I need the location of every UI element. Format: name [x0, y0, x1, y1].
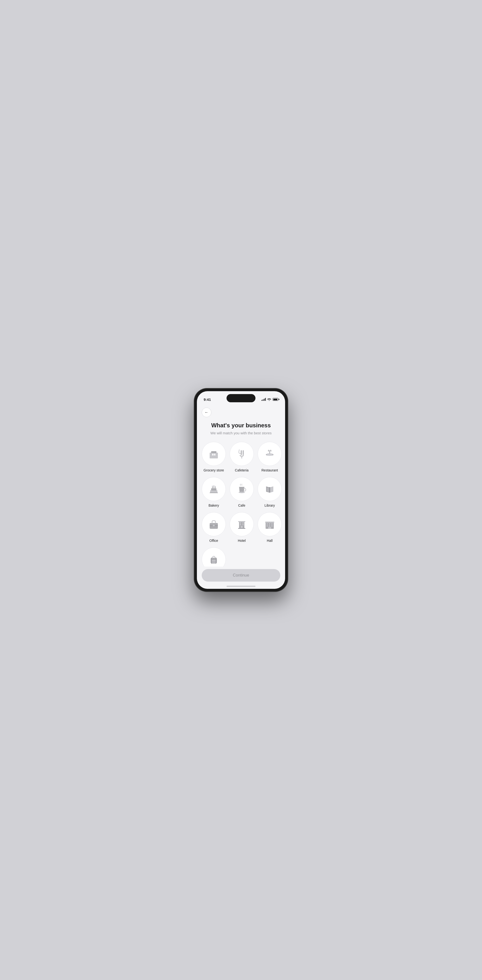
svg-rect-1: [211, 451, 216, 453]
hotel-icon: [236, 518, 248, 530]
hotel-label: Hotel: [238, 539, 246, 542]
svg-rect-39: [267, 523, 268, 525]
cafeteria-icon: [236, 448, 248, 460]
cafe-icon: [236, 483, 248, 495]
grocery-label: Grocery store: [204, 468, 224, 472]
svg-point-17: [215, 486, 216, 487]
svg-rect-18: [210, 492, 218, 493]
svg-rect-2: [212, 453, 213, 455]
svg-rect-6: [241, 457, 242, 458]
svg-rect-44: [271, 525, 272, 527]
restaurant-icon: [264, 448, 276, 460]
wifi-icon: [267, 398, 271, 401]
page-title: What's your business: [202, 422, 280, 429]
svg-rect-11: [211, 488, 216, 490]
battery-icon: [272, 398, 278, 401]
svg-rect-10: [210, 490, 217, 493]
hall-circle: [258, 512, 282, 536]
back-button[interactable]: ←: [202, 407, 212, 417]
cafeteria-label: Cafeteria: [235, 468, 249, 472]
svg-rect-3: [214, 453, 215, 455]
svg-rect-5: [243, 450, 243, 455]
svg-point-16: [213, 485, 215, 486]
hall-icon: [264, 518, 276, 530]
svg-rect-41: [271, 523, 272, 525]
office-icon: [208, 518, 220, 530]
svg-rect-40: [269, 523, 270, 525]
business-item-library[interactable]: Library: [258, 477, 282, 508]
business-item-grocery[interactable]: Grocery store: [202, 442, 226, 472]
restaurant-circle: [258, 442, 282, 466]
business-item-cafeteria[interactable]: Cafeteria: [230, 442, 254, 472]
page-subtitle: We will match you with the best stores: [202, 431, 280, 435]
business-item-hotel[interactable]: Hotel: [230, 512, 254, 542]
dynamic-island: [226, 394, 256, 402]
svg-rect-4: [241, 450, 242, 455]
svg-rect-46: [268, 527, 271, 529]
office-circle: [202, 512, 226, 536]
grocery-icon: [208, 448, 220, 460]
status-icons: [261, 398, 278, 401]
svg-rect-43: [269, 525, 270, 527]
phone-frame: 9:41: [194, 388, 288, 592]
restaurant-label: Restaurant: [261, 468, 278, 472]
cafe-circle: [230, 477, 254, 501]
continue-label: Continue: [233, 573, 249, 578]
svg-rect-20: [269, 487, 270, 493]
svg-rect-32: [240, 523, 241, 523]
status-time: 9:41: [204, 398, 211, 401]
svg-rect-45: [265, 522, 274, 523]
library-circle: [258, 477, 282, 501]
hall-label: Hall: [267, 539, 272, 542]
home-indicator: [226, 586, 256, 587]
business-item-hall[interactable]: Hall: [258, 512, 282, 542]
svg-rect-34: [240, 524, 241, 525]
business-grid: Grocery store Cafeteria: [202, 442, 280, 574]
business-item-cafe[interactable]: Cafe: [230, 477, 254, 508]
bakery-circle: [202, 477, 226, 501]
svg-rect-48: [212, 560, 216, 563]
hotel-circle: [230, 512, 254, 536]
page-header: What's your business We will match you w…: [202, 422, 280, 435]
library-label: Library: [265, 503, 275, 508]
bag-icon: [208, 554, 220, 565]
svg-point-9: [267, 453, 272, 455]
back-arrow-icon: ←: [205, 410, 208, 414]
svg-rect-0: [210, 453, 218, 458]
cafeteria-circle: [230, 442, 254, 466]
scroll-content[interactable]: ← What's your business We will match you…: [197, 404, 285, 589]
svg-rect-42: [267, 525, 268, 527]
svg-point-19: [239, 492, 245, 493]
svg-rect-29: [213, 525, 215, 526]
business-item-restaurant[interactable]: Restaurant: [258, 442, 282, 472]
office-label: Office: [210, 539, 218, 542]
cafe-label: Cafe: [238, 503, 245, 508]
svg-point-15: [212, 485, 213, 487]
library-icon: [264, 483, 276, 495]
business-item-office[interactable]: Office: [202, 512, 226, 542]
continue-button[interactable]: Continue: [202, 569, 280, 582]
bakery-icon: [208, 483, 220, 495]
svg-rect-37: [238, 528, 245, 529]
bakery-label: Bakery: [208, 503, 219, 508]
business-item-bakery[interactable]: Bakery: [202, 477, 226, 508]
svg-rect-31: [241, 526, 243, 528]
svg-rect-36: [238, 521, 245, 522]
grocery-circle: [202, 442, 226, 466]
svg-rect-35: [242, 524, 243, 525]
svg-rect-33: [242, 523, 243, 523]
signal-icon: [261, 398, 266, 401]
phone-screen: 9:41: [197, 391, 285, 589]
